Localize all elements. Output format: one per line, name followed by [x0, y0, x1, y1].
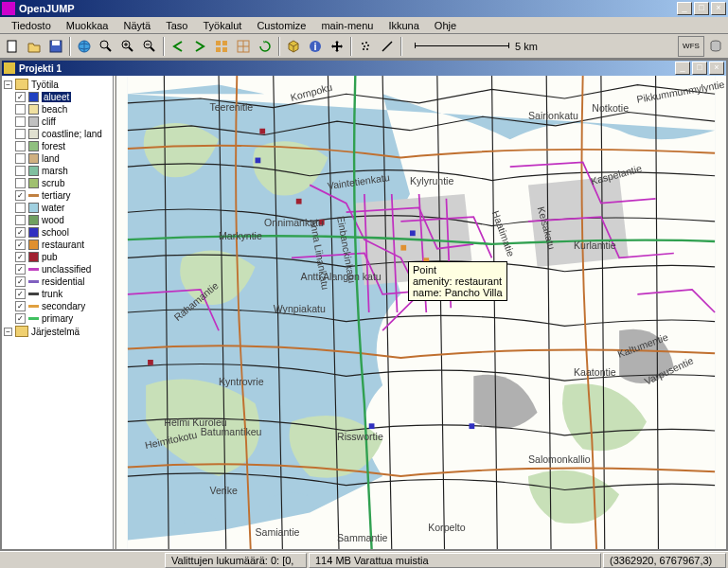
layer-item[interactable]: ✓primary: [4, 312, 111, 325]
grid-button[interactable]: [211, 36, 232, 57]
layer-item[interactable]: ✓pub: [4, 251, 111, 263]
minimize-button[interactable]: _: [677, 2, 692, 15]
wfs-button[interactable]: WFS: [678, 36, 704, 57]
layer-checkbox[interactable]: [15, 153, 26, 164]
layer-item[interactable]: water: [4, 202, 111, 214]
map-canvas[interactable]: Teerenitie Kornpoku Sairionkatu Notkotie…: [116, 76, 726, 549]
zoom-in-button[interactable]: [117, 36, 138, 57]
menu-ikkuna[interactable]: Ikkuna: [381, 18, 426, 33]
layer-tree[interactable]: − Työtila ✓alueetbeachcliffcoastline; la…: [2, 76, 114, 549]
db-button[interactable]: [705, 36, 726, 57]
svg-text:Markyntie: Markyntie: [219, 230, 262, 241]
tree-system[interactable]: − Järjestelmä: [4, 325, 111, 338]
layer-item[interactable]: land: [4, 152, 111, 165]
layer-checkbox[interactable]: ✓: [15, 313, 26, 324]
refresh-button[interactable]: [255, 36, 275, 57]
layer-item[interactable]: ✓alueet: [4, 91, 111, 103]
layer-checkbox[interactable]: ✓: [15, 252, 26, 262]
layer-item[interactable]: ✓residential: [4, 275, 111, 288]
status-coords: (3362920, 6767967,3): [603, 553, 726, 568]
layer-checkbox[interactable]: [15, 215, 26, 225]
layer-checkbox[interactable]: [15, 178, 26, 188]
open-button[interactable]: [24, 36, 44, 57]
layer-label: land: [42, 153, 60, 164]
svg-rect-38: [400, 245, 406, 251]
layer-checkbox[interactable]: [15, 141, 26, 151]
layer-checkbox[interactable]: ✓: [15, 301, 26, 311]
info-button[interactable]: i: [305, 36, 326, 57]
zoom-out-button[interactable]: [139, 36, 160, 57]
menu-tyokalut[interactable]: Työkalut: [195, 18, 249, 33]
grid2-button[interactable]: [233, 36, 254, 57]
menu-ohje[interactable]: Ohje: [427, 18, 464, 33]
tooltip-type: Point: [413, 264, 503, 275]
menu-main[interactable]: main-menu: [313, 18, 381, 33]
scale-label: 5 km: [515, 41, 538, 52]
save-button[interactable]: [45, 36, 66, 57]
layer-item[interactable]: ✓school: [4, 226, 111, 239]
layer-swatch: [28, 280, 39, 283]
layer-checkbox[interactable]: [15, 166, 26, 176]
menu-nayta[interactable]: Näytä: [115, 18, 158, 33]
layer-checkbox[interactable]: ✓: [15, 227, 26, 238]
svg-text:Verike: Verike: [209, 485, 237, 496]
project-minimize-button[interactable]: _: [675, 62, 690, 75]
map-svg[interactable]: Teerenitie Kornpoku Sairionkatu Notkotie…: [116, 76, 726, 549]
layer-item[interactable]: marsh: [4, 165, 111, 177]
layer-item[interactable]: beach: [4, 103, 111, 115]
box-button[interactable]: [283, 36, 304, 57]
layer-item[interactable]: ✓tertiary: [4, 189, 111, 202]
layer-checkbox[interactable]: [15, 203, 26, 213]
project-title: Projekti 1: [19, 63, 675, 74]
layer-label: tertiary: [42, 190, 71, 201]
zoom-button[interactable]: [96, 36, 116, 57]
svg-line-5: [107, 47, 111, 51]
svg-text:Helmi Kuroleu: Helmi Kuroleu: [164, 417, 226, 428]
menu-muokkaa[interactable]: Muokkaa: [59, 18, 116, 33]
layer-checkbox[interactable]: ✓: [15, 190, 26, 201]
layer-item[interactable]: wood: [4, 214, 111, 226]
new-button[interactable]: [2, 36, 23, 57]
layer-checkbox[interactable]: [15, 129, 26, 139]
statusbar: Valittujen lukumäärä: 0: [0, 0] 0 pts 11…: [0, 551, 728, 568]
svg-text:Korpelto: Korpelto: [428, 522, 465, 533]
prev-button[interactable]: [168, 36, 188, 57]
spray-button[interactable]: [355, 36, 376, 57]
layer-checkbox[interactable]: [15, 104, 26, 115]
menu-customize[interactable]: Customize: [249, 18, 313, 33]
layer-checkbox[interactable]: ✓: [15, 289, 26, 299]
svg-text:Risswortie: Risswortie: [337, 431, 383, 442]
layer-checkbox[interactable]: ✓: [15, 240, 26, 250]
next-button[interactable]: [189, 36, 210, 57]
layer-item[interactable]: cliff: [4, 115, 111, 128]
svg-rect-2: [52, 41, 60, 45]
menu-tasot[interactable]: Taso: [158, 18, 195, 33]
pan-button[interactable]: [327, 36, 347, 57]
layer-swatch: [28, 215, 39, 225]
layer-item[interactable]: ✓secondary: [4, 300, 111, 312]
layer-label: scrub: [42, 178, 64, 188]
layer-item[interactable]: scrub: [4, 177, 111, 189]
collapse-icon[interactable]: −: [4, 80, 12, 89]
svg-rect-39: [259, 129, 265, 134]
layer-item[interactable]: ✓trunk: [4, 288, 111, 300]
line-button[interactable]: [377, 36, 398, 57]
layer-item[interactable]: ✓restaurant: [4, 239, 111, 251]
layer-checkbox[interactable]: ✓: [15, 92, 26, 102]
layer-checkbox[interactable]: ✓: [15, 264, 26, 275]
globe-button[interactable]: [74, 36, 95, 57]
project-close-button[interactable]: ×: [709, 62, 724, 75]
layer-label: forest: [42, 141, 65, 151]
close-button[interactable]: ×: [711, 2, 726, 15]
maximize-button[interactable]: □: [694, 2, 709, 15]
layer-checkbox[interactable]: [15, 116, 26, 127]
layer-checkbox[interactable]: ✓: [15, 276, 26, 287]
project-maximize-button[interactable]: □: [692, 62, 707, 75]
layer-item[interactable]: coastline; land: [4, 128, 111, 140]
layer-label: beach: [42, 104, 67, 115]
layer-item[interactable]: forest: [4, 140, 111, 152]
menu-tiedosto[interactable]: Tiedosto: [4, 18, 59, 33]
tree-root[interactable]: − Työtila: [4, 78, 111, 91]
layer-item[interactable]: ✓unclassified: [4, 263, 111, 275]
collapse-icon[interactable]: −: [4, 328, 12, 336]
